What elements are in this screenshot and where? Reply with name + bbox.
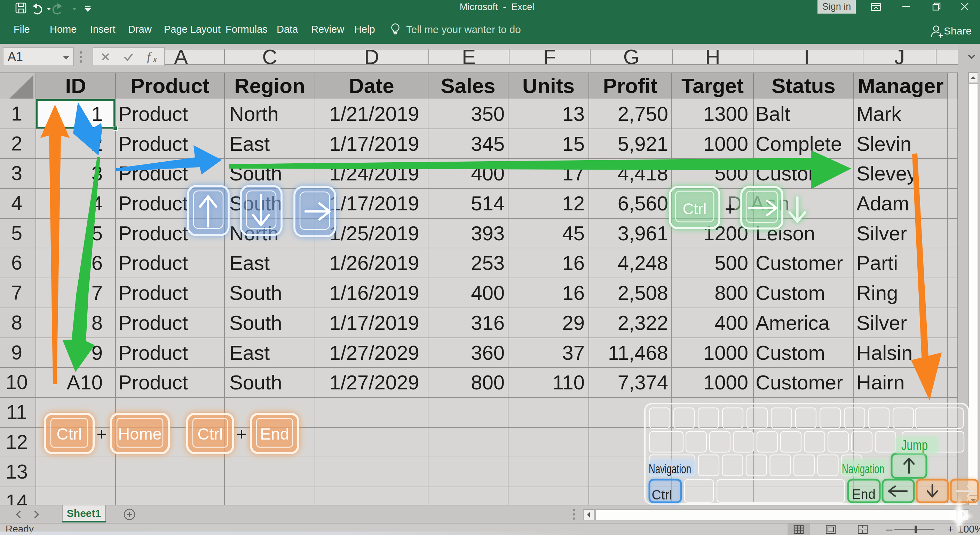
svg-text:Ctrl: Ctrl [197,425,223,443]
svg-text:End: End [260,425,289,443]
svg-text:Ctrl: Ctrl [56,425,82,443]
svg-text:Home: Home [118,425,161,443]
svg-text:End: End [852,487,876,501]
svg-text:Navigation: Navigation [649,462,691,476]
svg-text:Ctrl: Ctrl [683,200,706,217]
svg-text:+: + [236,424,247,444]
svg-text:Navigation: Navigation [842,462,884,476]
svg-text:+: + [96,424,107,444]
svg-text:+: + [725,199,735,219]
svg-text:Ctrl: Ctrl [651,488,672,502]
svg-text:Jump: Jump [901,438,928,453]
